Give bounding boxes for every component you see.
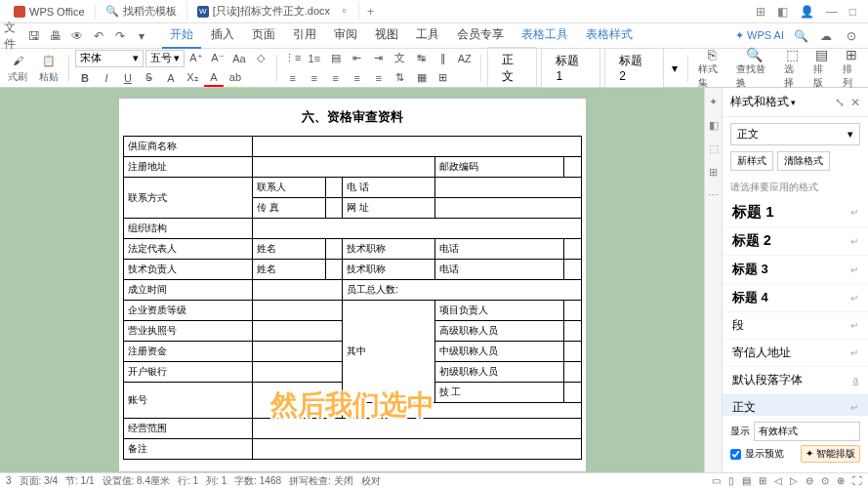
asian-layout-icon[interactable]: 文 — [391, 50, 410, 67]
form-table[interactable]: 供应商名称 注册地址邮政编码 联系方式联系人电 话 传 真网 址 组织结构 法定… — [123, 136, 582, 460]
preview-checkbox[interactable] — [730, 449, 741, 460]
underline-button[interactable]: U — [118, 69, 138, 87]
format-brush-group[interactable]: 🖌式刷 — [4, 52, 31, 84]
maximize-icon[interactable]: □ — [849, 5, 856, 19]
undo-icon[interactable]: ↶ — [90, 27, 107, 45]
align-left-icon[interactable]: ≡ — [283, 69, 303, 87]
tab-insert[interactable]: 插入 — [203, 22, 242, 49]
file-menu[interactable]: 文件 — [4, 27, 21, 45]
notify-icon[interactable]: ◧ — [777, 5, 788, 19]
tab-document[interactable]: W[只读]招标文件正文.docx⚬ — [187, 2, 359, 20]
dec-indent-icon[interactable]: ⇤ — [348, 50, 367, 67]
style-set-button[interactable]: ⎘样式集 — [694, 47, 728, 90]
tab-table-tools[interactable]: 表格工具 — [514, 22, 576, 49]
tab-view[interactable]: 视图 — [367, 22, 406, 49]
zoom-fit-icon[interactable]: ⊙ — [821, 475, 829, 486]
current-style-select[interactable]: 正文▾ — [730, 123, 860, 145]
fill-icon[interactable]: ▦ — [412, 69, 432, 87]
clear-format-button[interactable]: 清除格式 — [777, 151, 830, 171]
case-icon[interactable]: Aa — [229, 50, 249, 67]
paste-group[interactable]: 📋粘贴 — [35, 52, 62, 84]
save-icon[interactable]: 🖫 — [25, 27, 43, 45]
style-item-body[interactable]: 正文↵ — [723, 394, 868, 415]
highlight-button[interactable]: A — [161, 69, 181, 87]
strip-nav-icon[interactable]: ◧ — [707, 119, 721, 133]
tab-start[interactable]: 开始 — [162, 22, 201, 49]
inc-font-icon[interactable]: A⁺ — [186, 50, 206, 67]
sb-words[interactable]: 字数: 1468 — [234, 474, 281, 488]
border-icon[interactable]: ⊞ — [434, 69, 453, 87]
find-replace-button[interactable]: 🔍查找替换 — [732, 47, 775, 90]
align-center-icon[interactable]: ≡ — [305, 69, 324, 87]
strike-button[interactable]: S̶ — [140, 69, 159, 87]
app-icon[interactable]: ⊞ — [756, 5, 765, 19]
preview-icon[interactable]: 👁 — [68, 27, 86, 45]
font-color-button[interactable]: A — [204, 69, 224, 87]
style-item-h2[interactable]: 标题 2↵ — [723, 227, 868, 256]
search-icon[interactable]: 🔍 — [792, 27, 809, 45]
style-normal[interactable]: 正文 — [487, 47, 538, 90]
font-select[interactable]: 宋体▾ — [75, 50, 144, 67]
bullet-list-icon[interactable]: ⋮≡ — [283, 50, 303, 67]
style-item-h4[interactable]: 标题 4↵ — [723, 284, 868, 312]
tab-templates[interactable]: 🔍找稻壳模板 — [96, 2, 187, 20]
align-justify-icon[interactable]: ≡ — [348, 69, 367, 87]
panel-close-icon[interactable]: ✕ — [850, 96, 860, 109]
tab-tools[interactable]: 工具 — [408, 22, 447, 49]
tab-add[interactable]: + — [359, 5, 382, 19]
bold-button[interactable]: B — [75, 69, 95, 87]
tab-page[interactable]: 页面 — [244, 22, 283, 49]
nav-next-icon[interactable]: ▷ — [790, 475, 798, 486]
italic-button[interactable]: I — [97, 69, 116, 87]
line-spacing-icon[interactable]: ‖ — [434, 50, 453, 67]
spacing-icon[interactable]: ⇅ — [391, 69, 410, 87]
tab-more-icon[interactable]: ⚬ — [340, 5, 349, 18]
layout-sort-button[interactable]: ▤排版 — [809, 47, 835, 90]
collapse-icon[interactable]: ⊙ — [843, 27, 860, 45]
smart-layout-button[interactable]: ✦ 智能排版 — [801, 445, 860, 463]
style-h1[interactable]: 标题 1 — [541, 48, 600, 88]
size-select[interactable]: 五号▾ — [145, 50, 185, 67]
sb-page[interactable]: 页面: 3/4 — [20, 474, 58, 488]
new-style-button[interactable]: 新样式 — [730, 151, 773, 171]
view-web-icon[interactable]: ⊞ — [759, 475, 766, 486]
style-item-default-font[interactable]: 默认段落字体a — [723, 367, 868, 394]
document-canvas[interactable]: ✥ 六、资格审查资料 供应商名称 注册地址邮政编码 联系方式联系人电 话 传 真… — [0, 88, 704, 472]
sb-spell[interactable]: 拼写检查: 关闭 — [289, 474, 353, 488]
strip-style-icon[interactable]: ✦ — [707, 96, 721, 109]
arrange-button[interactable]: ⊞排列 — [839, 47, 864, 90]
style-item-sender[interactable]: 寄信人地址↵ — [723, 340, 868, 367]
minimize-icon[interactable]: — — [826, 5, 838, 19]
tab-review[interactable]: 审阅 — [326, 22, 365, 49]
print-icon[interactable]: 🖶 — [47, 27, 64, 45]
number-list-icon[interactable]: 1≡ — [305, 50, 324, 67]
dropdown-icon[interactable]: ▾ — [133, 27, 150, 45]
align-right-icon[interactable]: ≡ — [326, 69, 346, 87]
strip-prop-icon[interactable]: ⊞ — [707, 166, 721, 180]
shading-button[interactable]: ab — [226, 69, 245, 87]
style-gallery-more[interactable]: ▾ — [668, 61, 682, 75]
zoom-in-icon[interactable]: ⊕ — [837, 475, 845, 486]
tab-wps-home[interactable]: WPS Office — [4, 4, 96, 20]
view-print-icon[interactable]: ▭ — [712, 475, 721, 486]
zoom-out-icon[interactable]: ⊖ — [806, 475, 813, 486]
view-read-icon[interactable]: ▯ — [728, 475, 734, 486]
select-button[interactable]: ⬚选择 — [780, 47, 806, 90]
dec-font-icon[interactable]: A⁻ — [208, 50, 227, 67]
cloud-icon[interactable]: ☁ — [817, 27, 835, 45]
style-item-paragraph[interactable]: 段↵ — [723, 312, 868, 340]
style-h2[interactable]: 标题 2 — [604, 48, 664, 88]
sb-proof[interactable]: 校对 — [361, 474, 381, 488]
tab-reference[interactable]: 引用 — [285, 22, 324, 49]
sort-icon[interactable]: AZ — [455, 50, 475, 67]
clear-format-icon[interactable]: ◇ — [251, 50, 270, 67]
inc-indent-icon[interactable]: ⇥ — [369, 50, 389, 67]
sub-button[interactable]: X₂ — [183, 69, 202, 87]
tab-icon[interactable]: ↹ — [412, 50, 432, 67]
strip-more-icon[interactable]: ⋯ — [707, 189, 721, 203]
tab-table-style[interactable]: 表格样式 — [578, 22, 641, 49]
wps-ai-button[interactable]: ✦ WPS AI — [735, 29, 784, 42]
strip-select-icon[interactable]: ⬚ — [707, 142, 721, 156]
style-list[interactable]: 标题 1↵ 标题 2↵ 标题 3↵ 标题 4↵ 段↵ 寄信人地址↵ 默认段落字体… — [723, 198, 868, 415]
fullscreen-icon[interactable]: ⛶ — [852, 475, 862, 486]
